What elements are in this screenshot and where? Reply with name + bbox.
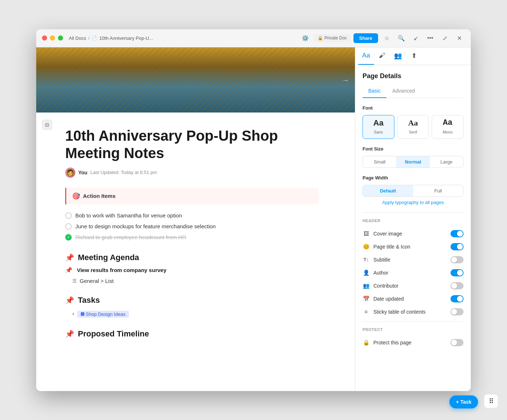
cover-image: → (36, 47, 355, 113)
view-results-heading: 📌 View results from company survey (65, 267, 319, 273)
app-window: All Docs / 📄 10th Anniversary Pop-U... ⚙… (36, 29, 471, 391)
author-toggle-label: Author (373, 270, 388, 276)
arrow-icon-button[interactable]: ↙ (410, 32, 422, 44)
sidebar-toggle-button[interactable]: ⊟ (42, 120, 52, 130)
settings-icon-button[interactable]: ⚙️ (299, 32, 311, 44)
todo-text-done: Richard to grab employee headcount from … (75, 234, 186, 240)
close-button[interactable] (42, 35, 47, 41)
toggle-sticky-toc[interactable] (451, 308, 464, 315)
section-heading-meeting-agenda: 📌 Meeting Agenda (65, 253, 319, 262)
expand-icon-button[interactable]: ⤢ (439, 32, 451, 44)
width-full[interactable]: Full (413, 185, 464, 196)
cover-image-label: Cover image (373, 231, 402, 237)
titlebar: All Docs / 📄 10th Anniversary Pop-U... ⚙… (36, 29, 471, 47)
font-aa-sans: Aa (366, 119, 391, 127)
paint-tool-button[interactable]: 🖌 (374, 47, 390, 65)
doc-icon: 📄 (92, 35, 97, 41)
size-small[interactable]: Small (363, 156, 396, 167)
subtitle-icon: T↕ (363, 256, 370, 263)
breadcrumb-separator: / (88, 35, 90, 41)
page-title-label: Page title & Icon (373, 244, 410, 250)
font-aa-mono: Aa (435, 119, 460, 127)
avatar: 🧑 (65, 167, 75, 178)
width-default[interactable]: Default (363, 185, 413, 196)
toggle-date-updated[interactable] (451, 295, 464, 302)
toggle-protect[interactable] (451, 339, 464, 346)
lock-label: Private Doc (324, 35, 347, 41)
toggle-row-cover-image: 🖼 Cover image (363, 227, 464, 240)
toggle-author[interactable] (451, 269, 464, 276)
action-items-icon: 🎯 (72, 192, 80, 200)
panel-title: Page Details (363, 72, 464, 80)
font-option-serif[interactable]: Aa Serif (397, 115, 429, 139)
panel-divider-2 (363, 321, 464, 322)
author-label: You (78, 170, 87, 175)
apply-typography-link[interactable]: Apply typography to all pages (363, 200, 464, 205)
todo-checkbox-checked[interactable]: ✓ (65, 234, 72, 241)
contributor-label: Contributor (373, 283, 398, 289)
main-layout: → ⊟ 10th Anniversary Pop-Up Shop Meeting… (36, 47, 471, 391)
list-item: Bob to work with Samantha for venue opti… (65, 210, 319, 221)
size-large[interactable]: Large (430, 156, 463, 167)
page-width-options: Default Full (363, 185, 464, 197)
apps-grid-button[interactable]: ⠿ (484, 394, 498, 408)
todo-text: Bob to work with Samantha for venue opti… (75, 212, 182, 219)
action-items-label: Action Items (83, 193, 116, 199)
users-tool-button[interactable]: 👥 (390, 47, 406, 65)
breadcrumb-all-docs[interactable]: All Docs (69, 35, 86, 41)
date-updated-label: Date updated (373, 296, 404, 302)
panel-toolbar: Aa 🖌 👥 ⬆ (355, 47, 471, 65)
section-heading-timeline: 📌 Proposed Timeline (65, 329, 319, 339)
todo-list: Bob to work with Samantha for venue opti… (65, 210, 319, 243)
tab-advanced[interactable]: Advanced (386, 86, 420, 98)
toggle-subtitle[interactable] (451, 256, 464, 263)
cover-arrow-icon: → (342, 76, 349, 84)
search-icon-button[interactable]: 🔍 (395, 32, 407, 44)
font-option-mono[interactable]: Aa Mono (432, 115, 464, 139)
cover-image-inner (36, 47, 355, 113)
font-size-label: Font Size (363, 146, 464, 152)
page-title-icon: 😊 (363, 243, 370, 250)
protect-label: Protect this page (373, 340, 411, 345)
breadcrumb-doc-title[interactable]: 10th Anniversary Pop-U... (99, 35, 153, 41)
header-section-label: HEADER (363, 219, 464, 223)
list-item: June to design mockups for feature merch… (65, 221, 319, 232)
close-window-button[interactable]: ✕ (453, 32, 465, 44)
page-width-label: Page Width (363, 175, 464, 181)
date-updated-icon: 📅 (363, 295, 370, 302)
tag-chip[interactable]: Shop Design Ideas (77, 311, 129, 318)
font-option-sans[interactable]: Aa Sans (363, 115, 394, 139)
minimize-button[interactable] (50, 35, 55, 41)
font-section-label: Font (363, 105, 464, 111)
breadcrumb: All Docs / 📄 10th Anniversary Pop-U... (69, 35, 299, 41)
pin-icon: 📌 (65, 253, 74, 262)
toggle-contributor[interactable] (451, 282, 464, 289)
export-tool-button[interactable]: ⬆ (406, 47, 422, 65)
lock-icon: 🔒 (318, 35, 323, 41)
maximize-button[interactable] (58, 35, 63, 41)
bullet-text: General > List (80, 278, 114, 284)
toggle-page-title[interactable] (451, 243, 464, 250)
pin-icon-2: 📌 (65, 267, 72, 273)
star-icon-button[interactable]: ☆ (381, 32, 393, 44)
tag-color-dot (81, 312, 84, 316)
action-items-block: 🎯 Action Items (65, 188, 319, 204)
font-name-serif: Serif (409, 130, 417, 134)
doc-area[interactable]: → ⊟ 10th Anniversary Pop-Up Shop Meeting… (36, 47, 355, 391)
todo-checkbox-unchecked[interactable] (65, 212, 72, 219)
more-icon-button[interactable]: ••• (424, 32, 436, 44)
format-tool-button[interactable]: Aa (358, 47, 374, 65)
tag-label: Shop Design Ideas (86, 311, 126, 317)
share-button[interactable]: Share (353, 33, 378, 43)
tab-basic[interactable]: Basic (363, 86, 386, 98)
task-fab-button[interactable]: + Task (449, 395, 478, 408)
doc-content: 10th Anniversary Pop-Up Shop Meeting Not… (36, 113, 348, 372)
subtitle-label: Subtitle (373, 257, 390, 263)
size-normal[interactable]: Normal (396, 156, 430, 167)
toggle-cover-image[interactable] (451, 230, 464, 237)
list-icon: ☰ (72, 278, 77, 284)
toggle-row-sticky-toc: ≡ Sticky table of contents (363, 305, 464, 318)
panel-divider (363, 212, 464, 213)
toggle-row-subtitle: T↕ Subtitle (363, 253, 464, 266)
todo-checkbox-unchecked[interactable] (65, 223, 72, 230)
